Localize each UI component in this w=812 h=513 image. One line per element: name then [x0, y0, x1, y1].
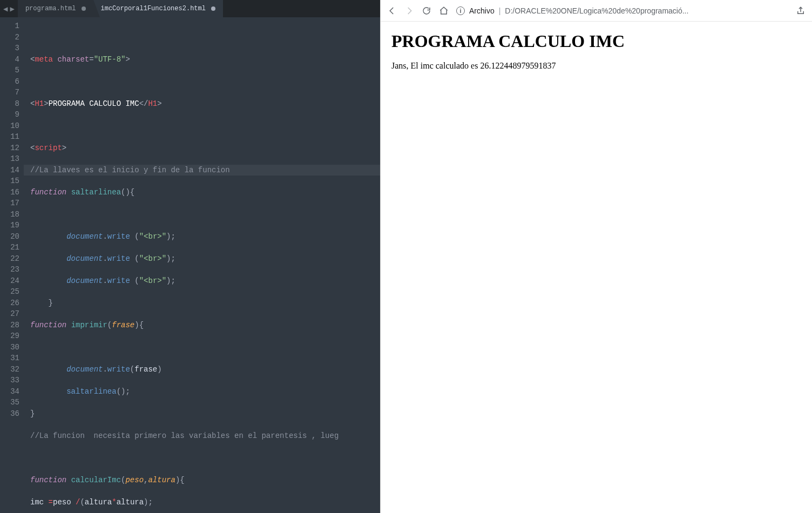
line-number: 10 [0, 120, 19, 132]
line-number: 30 [0, 342, 19, 353]
address-bar[interactable]: i Archivo | D:/ORACLE%20ONE/Logica%20de%… [456, 6, 788, 15]
line-number: 29 [0, 330, 19, 342]
home-icon[interactable] [439, 6, 449, 16]
line-number: 3 [0, 43, 19, 54]
line-number: 21 [0, 242, 19, 253]
line-number: 36 [0, 408, 19, 420]
line-number: 18 [0, 209, 19, 220]
line-number: 33 [0, 375, 19, 386]
dirty-indicator-icon [211, 6, 215, 11]
code-line: } [30, 298, 380, 309]
line-number: 12 [0, 143, 19, 154]
line-number: 9 [0, 109, 19, 120]
line-number: 17 [0, 198, 19, 209]
dirty-indicator-icon [82, 6, 86, 11]
code-line [30, 32, 380, 43]
line-number: 22 [0, 253, 19, 265]
back-icon[interactable] [387, 6, 397, 16]
code-line: <H1>PROGRAMA CALCULO IMC</H1> [30, 98, 380, 110]
tab-nav-left-icon[interactable]: ◀ [2, 4, 9, 14]
code-line: document.write(frase) [30, 364, 380, 375]
line-number: 7 [0, 87, 19, 98]
code-line: function imprimir(frase){ [30, 320, 380, 331]
code-line: function saltarlinea(){ [30, 187, 380, 198]
code-area[interactable]: <meta charset="UTF-8"> <H1>PROGRAMA CALC… [24, 17, 380, 513]
page-title: PROGRAMA CALCULO IMC [391, 31, 801, 51]
editor-body: 1234567891011121314151617181920212223242… [0, 17, 380, 513]
line-number: 19 [0, 220, 19, 231]
line-number: 14 [0, 165, 19, 176]
tab-label: programa.html [25, 5, 76, 12]
code-line [30, 453, 380, 464]
line-number: 8 [0, 98, 19, 110]
line-number: 26 [0, 298, 19, 309]
line-number: 25 [0, 286, 19, 298]
tab-bar: ◀ ▶ programa.html imcCorporal1Funciones2… [0, 0, 380, 17]
line-number: 20 [0, 231, 19, 242]
share-icon[interactable] [796, 6, 806, 16]
code-line: function calcularImc(peso,altura){ [30, 475, 380, 486]
line-number: 34 [0, 386, 19, 397]
line-number-gutter: 1234567891011121314151617181920212223242… [0, 17, 24, 513]
code-line: saltarlinea(); [30, 386, 380, 397]
line-number: 16 [0, 187, 19, 198]
tab-nav: ◀ ▶ [0, 4, 18, 14]
line-number: 28 [0, 320, 19, 331]
line-number: 24 [0, 275, 19, 287]
code-line: document.write ("<br>"); [30, 275, 380, 287]
code-line: <meta charset="UTF-8"> [30, 54, 380, 65]
line-number: 27 [0, 308, 19, 320]
code-line [30, 209, 380, 220]
url-label: Archivo [469, 6, 495, 15]
line-number: 13 [0, 153, 19, 165]
code-line [30, 342, 380, 353]
line-number: 1 [0, 21, 19, 32]
line-number: 23 [0, 264, 19, 275]
code-line: //La funcion necesita primero las variab… [30, 430, 380, 442]
line-number: 15 [0, 176, 19, 187]
tab-programa[interactable]: programa.html [18, 0, 93, 17]
line-number: 4 [0, 54, 19, 65]
line-number: 35 [0, 397, 19, 408]
tab-nav-right-icon[interactable]: ▶ [9, 4, 15, 14]
line-number: 31 [0, 353, 19, 364]
code-line: document.write ("<br>"); [30, 253, 380, 265]
forward-icon[interactable] [404, 6, 414, 16]
code-line: <script> [30, 143, 380, 154]
browser-pane: i Archivo | D:/ORACLE%20ONE/Logica%20de%… [380, 0, 812, 513]
info-icon[interactable]: i [456, 6, 465, 15]
line-number: 6 [0, 76, 19, 87]
code-line [30, 120, 380, 132]
editor-pane: ◀ ▶ programa.html imcCorporal1Funciones2… [0, 0, 380, 513]
url-separator: | [499, 6, 501, 15]
browser-page-content: PROGRAMA CALCULO IMC Jans, El imc calcul… [381, 22, 812, 80]
code-line: } [30, 408, 380, 420]
app-root: ◀ ▶ programa.html imcCorporal1Funciones2… [0, 0, 812, 513]
line-number: 11 [0, 131, 19, 143]
code-line: document.write ("<br>"); [30, 231, 380, 242]
code-line [30, 76, 380, 87]
code-line-current: //La llaves es el inicio y fin de la fun… [24, 165, 380, 176]
code-line: imc =peso /(altura*altura); [30, 497, 380, 508]
tab-imc-corporal[interactable]: imcCorporal1Funciones2.html [93, 0, 223, 17]
line-number: 2 [0, 32, 19, 43]
page-text: Jans, El imc calculado es 26.12244897959… [391, 61, 801, 71]
browser-toolbar: i Archivo | D:/ORACLE%20ONE/Logica%20de%… [381, 0, 812, 22]
reload-icon[interactable] [422, 6, 431, 16]
tab-label: imcCorporal1Funciones2.html [101, 5, 206, 12]
line-number: 5 [0, 65, 19, 76]
line-number: 32 [0, 364, 19, 375]
url-path: D:/ORACLE%20ONE/Logica%20de%20programaci… [505, 6, 688, 15]
